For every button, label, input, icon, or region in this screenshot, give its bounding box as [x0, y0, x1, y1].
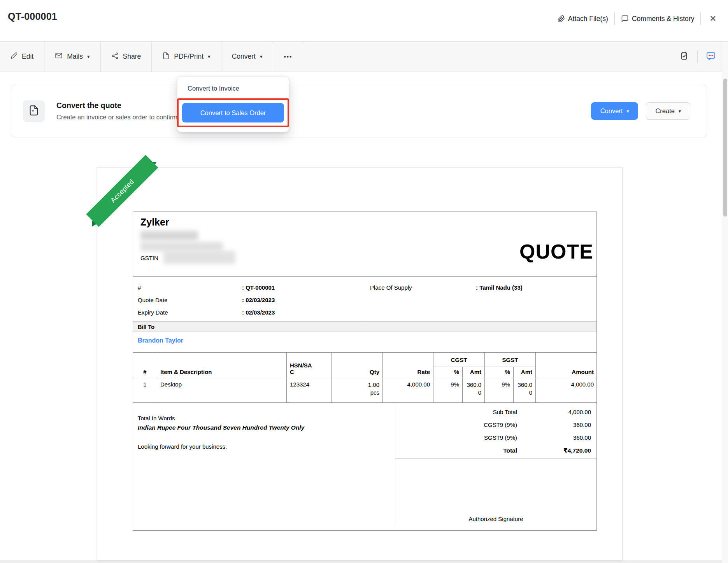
chat-support-button[interactable] — [703, 48, 719, 65]
cell-qty: 1.00 pcs — [332, 378, 383, 402]
cgst-value: 360.00 — [517, 418, 591, 431]
col-hsn: HSN/SAC — [287, 353, 332, 378]
total-in-words-block: Total In Words Indian Rupee Four Thousan… — [133, 403, 395, 526]
place-of-supply-label: Place Of Supply — [370, 282, 476, 294]
col-hsn-label: HSN/SAC — [290, 362, 313, 375]
edit-button[interactable]: Edit — [0, 42, 44, 72]
cell-num: 1 — [133, 378, 157, 402]
company-header: Zylker GSTIN QUOTE — [133, 212, 596, 276]
subtotal-row: Sub Total 4,000.00 — [395, 406, 591, 418]
pdf-print-button[interactable]: PDF/Print ▾ — [152, 42, 221, 72]
total-label: Total — [503, 444, 517, 457]
quote-detail-page: QT-000001 Attach File(s) Comments & Hist… — [0, 0, 728, 563]
subtotal-label: Sub Total — [493, 406, 517, 418]
caret-down-icon: ▾ — [679, 108, 681, 114]
caret-down-icon: ▾ — [87, 54, 90, 59]
convert-dropdown-menu: Convert to Invoice Convert to Sales Orde… — [177, 76, 289, 132]
quote-meta-left: # : QT-000001 Quote Date : 02/03/2023 Ex… — [133, 277, 366, 322]
col-cgst-amt: Amt — [463, 367, 485, 378]
col-item: Item & Description — [157, 353, 287, 378]
cell-cgst-pct: 9% — [433, 378, 463, 402]
attach-files-button[interactable]: Attach File(s) — [558, 15, 608, 23]
close-icon[interactable]: ✕ — [707, 12, 719, 25]
toolbar-right-divider — [697, 51, 698, 63]
page-header: QT-000001 Attach File(s) Comments & Hist… — [0, 0, 728, 41]
convert-label: Convert — [232, 52, 256, 61]
col-sgst-group: SGST — [485, 353, 536, 367]
col-qty: Qty — [332, 353, 383, 378]
totals-box: Sub Total 4,000.00 CGST9 (9%) 360.00 SGS… — [395, 403, 596, 458]
expiry-date-label: Expiry Date — [138, 306, 242, 319]
share-icon — [111, 52, 119, 61]
total-in-words-label: Total In Words — [138, 415, 387, 421]
more-icon: ••• — [284, 53, 292, 60]
caret-down-icon: ▾ — [208, 54, 211, 59]
pdf-file-icon — [162, 52, 170, 61]
col-cgst-group: CGST — [433, 353, 485, 367]
cell-sgst-amt: 360.00 — [514, 378, 536, 402]
authorized-signature-label: Authorized Signature — [395, 516, 596, 522]
mails-button[interactable]: Mails ▾ — [44, 42, 100, 72]
share-button[interactable]: Share — [101, 42, 152, 72]
meta-row-number: # : QT-000001 — [138, 282, 366, 294]
items-header-group-row: # Item & Description HSN/SAC Qty Rate CG… — [133, 353, 597, 367]
horizontal-scrollbar-track[interactable] — [0, 560, 722, 563]
paperclip-icon — [558, 15, 565, 23]
expiry-date-value: : 02/03/2023 — [242, 306, 275, 319]
vertical-scrollbar-thumb[interactable] — [723, 79, 727, 217]
cgst-label: CGST9 (9%) — [484, 418, 517, 431]
convert-dropdown-button[interactable]: Convert ▾ — [221, 42, 274, 72]
bill-to-bar: Bill To — [133, 322, 596, 332]
number-value: : QT-000001 — [242, 282, 275, 294]
meta-row-quote-date: Quote Date : 02/03/2023 — [138, 294, 366, 306]
clipboard-check-icon — [679, 51, 689, 63]
col-rate: Rate — [383, 353, 433, 378]
caret-down-icon: ▾ — [260, 54, 263, 59]
col-num: # — [133, 353, 157, 378]
menu-item-convert-to-invoice[interactable]: Convert to Invoice — [177, 80, 289, 96]
header-divider-2 — [700, 12, 701, 25]
convert-button-label: Convert — [600, 107, 623, 115]
customer-name-link[interactable]: Brandon Taylor — [138, 337, 183, 344]
cell-hsn: 123324 — [287, 378, 332, 402]
cell-cgst-amt: 360.00 — [463, 378, 485, 402]
sgst-label: SGST9 (9%) — [484, 431, 517, 444]
quote-document-paper: Accepted Zylker GSTIN QUOTE # : QT-00000… — [97, 167, 623, 560]
more-actions-button[interactable]: ••• — [273, 42, 303, 72]
quote-body: Zylker GSTIN QUOTE # : QT-000001 Quote D… — [133, 212, 597, 531]
col-cgst-pct: % — [433, 367, 463, 378]
total-value: ₹4,720.00 — [517, 444, 591, 457]
annotation-highlight-box: Convert to Sales Order — [177, 98, 289, 127]
quote-meta-right: Place Of Supply : Tamil Nadu (33) — [366, 277, 596, 322]
menu-item-convert-to-sales-order[interactable]: Convert to Sales Order — [182, 103, 284, 122]
pencil-icon — [11, 52, 18, 61]
quote-meta-section: # : QT-000001 Quote Date : 02/03/2023 Ex… — [133, 276, 596, 322]
cell-sgst-pct: 9% — [485, 378, 514, 402]
cell-item: Desktop — [157, 378, 287, 402]
tasks-clipboard-button[interactable] — [676, 48, 692, 65]
gstin-label: GSTIN — [140, 255, 158, 261]
total-row: Total ₹4,720.00 — [395, 444, 591, 457]
quote-bottom-section: Total In Words Indian Rupee Four Thousan… — [133, 402, 596, 526]
banner-icon-box — [23, 100, 45, 122]
share-label: Share — [123, 52, 141, 61]
comment-bubble-icon — [621, 15, 629, 23]
cgst-row: CGST9 (9%) 360.00 — [395, 418, 591, 431]
caret-down-icon: ▾ — [626, 108, 629, 114]
items-table: # Item & Description HSN/SAC Qty Rate CG… — [133, 352, 597, 402]
meta-row-expiry-date: Expiry Date : 02/03/2023 — [138, 306, 366, 319]
cell-amount: 4,000.00 — [536, 378, 597, 402]
toolbar-right-icons — [676, 42, 719, 72]
convert-banner: Convert the quote Create an invoice or s… — [11, 85, 707, 137]
page-title: QT-000001 — [8, 11, 57, 22]
vertical-scrollbar-track[interactable] — [722, 42, 728, 563]
quote-date-label: Quote Date — [138, 294, 242, 306]
sgst-row: SGST9 (9%) 360.00 — [395, 431, 591, 444]
banner-buttons: Convert ▾ Create ▾ — [591, 102, 690, 120]
sgst-value: 360.00 — [517, 431, 591, 444]
create-button[interactable]: Create ▾ — [646, 102, 690, 120]
convert-button[interactable]: Convert ▾ — [591, 102, 639, 120]
totals-column: Sub Total 4,000.00 CGST9 (9%) 360.00 SGS… — [395, 403, 596, 526]
document-type-title: QUOTE — [519, 240, 593, 263]
comments-history-button[interactable]: Comments & History — [621, 15, 694, 23]
